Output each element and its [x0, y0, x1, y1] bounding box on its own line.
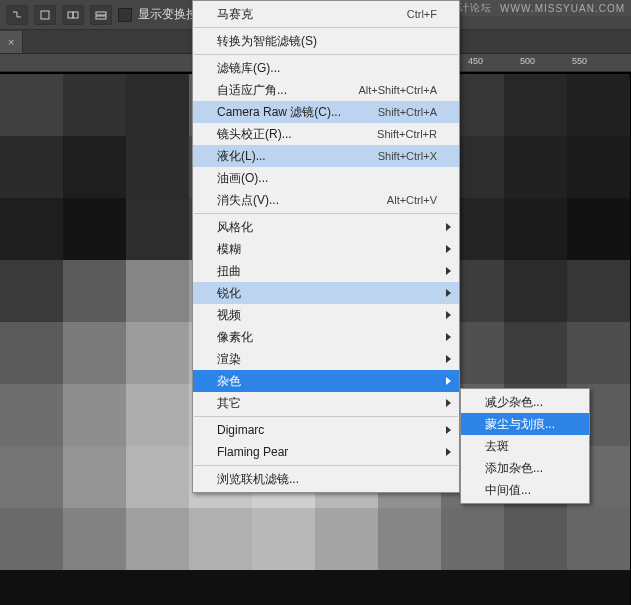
menu-separator — [194, 213, 458, 214]
menu-item-render[interactable]: 渲染 — [193, 348, 459, 370]
show-transform-checkbox[interactable] — [118, 8, 132, 22]
svg-rect-3 — [96, 12, 106, 15]
tab-close-icon[interactable]: × — [8, 36, 14, 48]
menu-item-smart-filter[interactable]: 转换为智能滤镜(S) — [193, 30, 459, 52]
chevron-right-icon — [446, 377, 451, 385]
menu-item-oil-paint[interactable]: 油画(O)... — [193, 167, 459, 189]
menu-item-filter-gallery[interactable]: 滤镜库(G)... — [193, 57, 459, 79]
menu-item-blur[interactable]: 模糊 — [193, 238, 459, 260]
svg-rect-2 — [73, 12, 78, 18]
menu-item-other[interactable]: 其它 — [193, 392, 459, 414]
chevron-right-icon — [446, 333, 451, 341]
chevron-right-icon — [446, 399, 451, 407]
align-icon-3[interactable] — [90, 5, 112, 25]
menu-item-browse-online[interactable]: 浏览联机滤镜... — [193, 468, 459, 490]
menu-item-noise[interactable]: 杂色 — [193, 370, 459, 392]
chevron-right-icon — [446, 426, 451, 434]
menu-item-flaming-pear[interactable]: Flaming Pear — [193, 441, 459, 463]
chevron-right-icon — [446, 448, 451, 456]
menu-item-camera-raw[interactable]: Camera Raw 滤镜(C)... Shift+Ctrl+A — [193, 101, 459, 123]
filter-menu: 马赛克 Ctrl+F 转换为智能滤镜(S) 滤镜库(G)... 自适应广角...… — [192, 0, 460, 493]
submenu-item-add-noise[interactable]: 添加杂色... — [461, 457, 589, 479]
submenu-item-reduce-noise[interactable]: 减少杂色... — [461, 391, 589, 413]
ruler-tick: 500 — [520, 56, 535, 66]
menu-separator — [194, 465, 458, 466]
chevron-right-icon — [446, 267, 451, 275]
svg-rect-1 — [68, 12, 73, 18]
chevron-right-icon — [446, 289, 451, 297]
align-icon-2[interactable] — [62, 5, 84, 25]
ruler-tick: 450 — [468, 56, 483, 66]
document-tab[interactable]: × — [0, 31, 23, 53]
forum-url: WWW.MISSYUAN.COM — [500, 3, 625, 14]
chevron-right-icon — [446, 355, 451, 363]
menu-item-mosaic[interactable]: 马赛克 Ctrl+F — [193, 3, 459, 25]
svg-rect-4 — [96, 16, 106, 19]
submenu-item-median[interactable]: 中间值... — [461, 479, 589, 501]
menu-item-adaptive-wide[interactable]: 自适应广角... Alt+Shift+Ctrl+A — [193, 79, 459, 101]
menu-item-vanishing-point[interactable]: 消失点(V)... Alt+Ctrl+V — [193, 189, 459, 211]
menu-item-sharpen[interactable]: 锐化 — [193, 282, 459, 304]
submenu-item-dust-scratches[interactable]: 蒙尘与划痕... — [461, 413, 589, 435]
menu-separator — [194, 54, 458, 55]
menu-separator — [194, 27, 458, 28]
noise-submenu: 减少杂色... 蒙尘与划痕... 去斑 添加杂色... 中间值... — [460, 388, 590, 504]
submenu-item-despeckle[interactable]: 去斑 — [461, 435, 589, 457]
menu-item-video[interactable]: 视频 — [193, 304, 459, 326]
ruler-tick: 550 — [572, 56, 587, 66]
menu-item-digimarc[interactable]: Digimarc — [193, 419, 459, 441]
align-icon-1[interactable] — [34, 5, 56, 25]
svg-rect-0 — [41, 11, 49, 19]
menu-item-stylize[interactable]: 风格化 — [193, 216, 459, 238]
menu-item-distort[interactable]: 扭曲 — [193, 260, 459, 282]
chevron-right-icon — [446, 245, 451, 253]
chevron-right-icon — [446, 223, 451, 231]
chevron-right-icon — [446, 311, 451, 319]
menu-item-pixelate[interactable]: 像素化 — [193, 326, 459, 348]
menu-item-liquify[interactable]: 液化(L)... Shift+Ctrl+X — [193, 145, 459, 167]
menu-item-lens-correction[interactable]: 镜头校正(R)... Shift+Ctrl+R — [193, 123, 459, 145]
menu-separator — [194, 416, 458, 417]
tool-dropdown-icon[interactable] — [6, 5, 28, 25]
